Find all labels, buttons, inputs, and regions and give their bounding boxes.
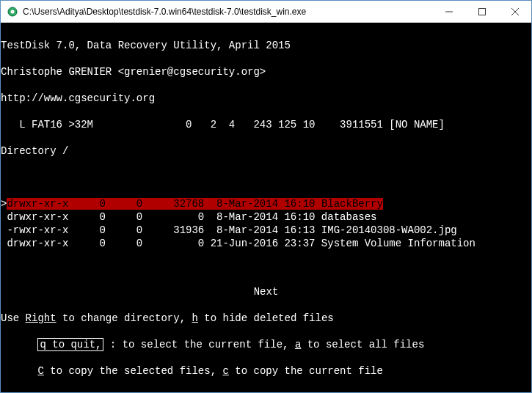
app-icon [7, 6, 18, 18]
maximize-button[interactable] [465, 1, 498, 22]
header-line-3: http://www.cgsecurity.org [1, 92, 531, 105]
header-line-2: Christophe GRENIER <grenier@cgsecurity.o… [1, 65, 531, 78]
blank-line [1, 171, 531, 184]
file-row[interactable]: -rwxr-xr-x 0 0 31936 8-Mar-2014 16:13 IM… [1, 224, 531, 237]
next-label[interactable]: Next [1, 285, 531, 298]
help-line-2: q to quit, : to select the current file,… [1, 338, 531, 351]
svg-rect-3 [478, 8, 485, 15]
close-button[interactable] [498, 1, 531, 22]
help-section: Next Use Right to change directory, h to… [1, 272, 531, 391]
help-line-1: Use Right to change directory, h to hide… [1, 312, 531, 325]
file-row[interactable]: >drwxr-xr-x 0 0 32768 8-Mar-2014 16:10 B… [1, 197, 531, 210]
help-line-3: C to copy the selected files, c to copy … [1, 364, 531, 378]
minimize-button[interactable] [432, 1, 465, 22]
quit-hint: q to quit, [37, 338, 103, 351]
partition-line: L FAT16 >32M 0 2 4 243 125 10 3911551 [N… [1, 118, 531, 131]
titlebar-path: C:\Users\Aditya\Desktop\testdisk-7.0.win… [23, 7, 432, 17]
console: TestDisk 7.0, Data Recovery Utility, Apr… [1, 23, 531, 392]
file-listing[interactable]: >drwxr-xr-x 0 0 32768 8-Mar-2014 16:10 B… [1, 197, 531, 250]
file-row[interactable]: drwxr-xr-x 0 0 0 21-Jun-2016 23:37 Syste… [1, 237, 531, 250]
titlebar: C:\Users\Aditya\Desktop\testdisk-7.0.win… [1, 1, 531, 23]
header-line-1: TestDisk 7.0, Data Recovery Utility, Apr… [1, 39, 531, 52]
file-row[interactable]: drwxr-xr-x 0 0 0 8-Mar-2014 16:10 databa… [1, 210, 531, 224]
titlebar-buttons [432, 1, 531, 22]
directory-line: Directory / [1, 144, 531, 158]
svg-point-1 [11, 10, 15, 13]
